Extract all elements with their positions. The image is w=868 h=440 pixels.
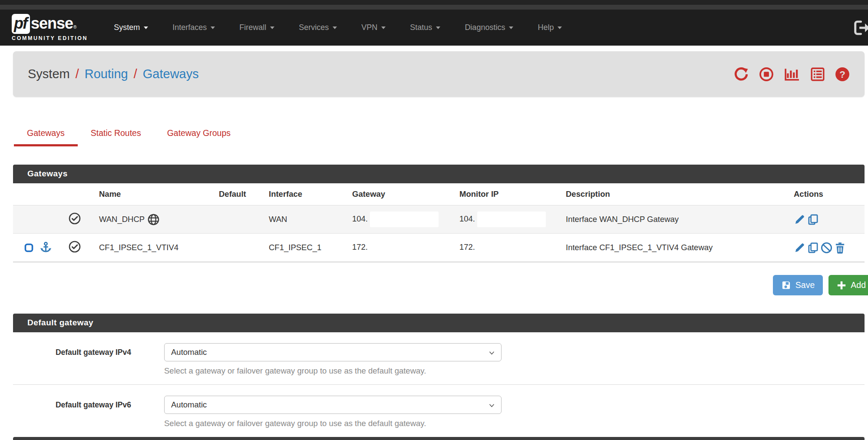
browser-top-strip bbox=[0, 0, 868, 5]
default-gateway-ipv6-select[interactable]: Automatic bbox=[164, 396, 502, 414]
nav-item-help[interactable]: Help bbox=[525, 10, 574, 46]
logo-pf-mark: pf bbox=[12, 14, 30, 34]
globe-icon bbox=[148, 214, 159, 225]
default-gateway-ipv4-help: Select a gateway or failover gateway gro… bbox=[164, 366, 502, 376]
routing-tabs: Gateways Static Routes Gateway Groups bbox=[14, 122, 868, 146]
pfsense-logo[interactable]: pfsense® COMMUNITY EDITION bbox=[12, 14, 88, 41]
check-circle-icon bbox=[69, 212, 81, 225]
default-gateway-ipv4-select[interactable]: Automatic bbox=[164, 343, 502, 361]
stop-icon[interactable] bbox=[759, 67, 774, 82]
gateway-interface: WAN bbox=[266, 205, 350, 234]
monitor-ip: 104. bbox=[459, 214, 475, 223]
table-row: WAN_DHCP WAN 104. 104. Interface WAN_DHC… bbox=[13, 205, 865, 234]
plus-icon bbox=[837, 281, 846, 290]
default-gateway-ipv6-help: Select a gateway or failover gateway gro… bbox=[164, 419, 502, 428]
col-name: Name bbox=[96, 183, 216, 205]
ban-icon[interactable] bbox=[821, 242, 832, 254]
logo-sense-text: sense bbox=[31, 14, 73, 33]
page-header-icons: ? bbox=[733, 67, 850, 82]
col-description: Description bbox=[563, 183, 791, 205]
nav-item-vpn[interactable]: VPN bbox=[349, 10, 398, 46]
edit-icon[interactable] bbox=[794, 214, 805, 225]
nav-item-status[interactable]: Status bbox=[398, 10, 452, 46]
chevron-down-icon bbox=[488, 349, 495, 357]
tab-static-routes[interactable]: Static Routes bbox=[78, 122, 154, 146]
gateways-table: Name Default Interface Gateway Monitor I… bbox=[13, 183, 865, 262]
caret-down-icon bbox=[381, 26, 386, 29]
save-button[interactable]: Save bbox=[773, 275, 823, 295]
col-actions: Actions bbox=[791, 183, 865, 205]
tab-gateway-groups[interactable]: Gateway Groups bbox=[154, 122, 244, 146]
breadcrumb-separator: / bbox=[134, 67, 137, 81]
table-header-row: Name Default Interface Gateway Monitor I… bbox=[13, 183, 865, 205]
table-actions-bar: Save Add bbox=[13, 275, 868, 295]
logo-tagline: COMMUNITY EDITION bbox=[12, 35, 88, 41]
anchor-icon bbox=[40, 242, 52, 254]
default-gateway-panel: Default gateway Default gateway IPv4 Aut… bbox=[13, 314, 865, 437]
next-section-header bbox=[13, 437, 865, 440]
page-header: System / Routing / Gateways bbox=[13, 51, 865, 97]
col-interface: Interface bbox=[266, 183, 350, 205]
caret-down-icon bbox=[270, 26, 274, 29]
redacted-value bbox=[477, 212, 546, 227]
redacted-value bbox=[370, 212, 439, 227]
default-gateway-ipv4-label: Default gateway IPv4 bbox=[13, 343, 131, 376]
gateway-default bbox=[216, 205, 266, 234]
breadcrumb-separator: / bbox=[76, 67, 79, 81]
breadcrumb-system: System bbox=[28, 67, 70, 81]
col-default: Default bbox=[216, 183, 266, 205]
chevron-down-icon bbox=[488, 402, 495, 409]
gateway-address: 172. bbox=[352, 242, 368, 251]
gateways-panel-title: Gateways bbox=[13, 165, 865, 183]
copy-icon[interactable] bbox=[807, 242, 819, 254]
table-row: CF1_IPSEC_1_VTIV4 CF1_IPSEC_1 172. 172. … bbox=[13, 234, 865, 262]
nav-item-system[interactable]: System bbox=[102, 10, 160, 46]
gateway-name: WAN_DHCP bbox=[99, 215, 145, 224]
nav-menu: System Interfaces Firewall Services VPN … bbox=[102, 10, 574, 46]
square-icon bbox=[23, 242, 34, 253]
default-gateway-panel-title: Default gateway bbox=[13, 314, 865, 332]
nav-item-services[interactable]: Services bbox=[287, 10, 349, 46]
gateway-default bbox=[216, 234, 266, 262]
svg-text:?: ? bbox=[839, 69, 845, 79]
edit-icon[interactable] bbox=[794, 242, 805, 254]
breadcrumb: System / Routing / Gateways bbox=[28, 67, 199, 81]
caret-down-icon bbox=[211, 26, 215, 29]
gateways-panel: Gateways Name Default Interface Gateway … bbox=[13, 165, 865, 262]
logo-registered-mark: ® bbox=[73, 25, 76, 30]
default-gateway-ipv6-row: Default gateway IPv6 Automatic Select a … bbox=[13, 385, 865, 437]
col-gateway: Gateway bbox=[350, 183, 457, 205]
tab-gateways[interactable]: Gateways bbox=[14, 122, 78, 146]
chart-icon[interactable] bbox=[784, 67, 800, 82]
default-gateway-ipv6-label: Default gateway IPv6 bbox=[13, 396, 131, 428]
main-navbar: pfsense® COMMUNITY EDITION System Interf… bbox=[0, 10, 868, 46]
log-icon[interactable] bbox=[810, 67, 825, 82]
add-button[interactable]: Add bbox=[828, 275, 868, 295]
caret-down-icon bbox=[558, 26, 562, 29]
help-icon[interactable]: ? bbox=[835, 67, 850, 82]
breadcrumb-gateways-link[interactable]: Gateways bbox=[143, 67, 199, 81]
caret-down-icon bbox=[144, 26, 148, 29]
delete-icon[interactable] bbox=[834, 242, 846, 254]
redacted-value bbox=[477, 240, 546, 255]
gateway-name: CF1_IPSEC_1_VTIV4 bbox=[96, 234, 216, 262]
nav-item-diagnostics[interactable]: Diagnostics bbox=[452, 10, 525, 46]
gateway-interface: CF1_IPSEC_1 bbox=[266, 234, 350, 262]
caret-down-icon bbox=[436, 26, 440, 29]
save-icon bbox=[781, 280, 791, 290]
default-gateway-ipv4-row: Default gateway IPv4 Automatic Select a … bbox=[13, 332, 865, 385]
redacted-value bbox=[370, 240, 439, 255]
copy-icon[interactable] bbox=[807, 214, 819, 225]
window-top-strip bbox=[0, 5, 868, 10]
refresh-icon[interactable] bbox=[733, 67, 749, 82]
monitor-ip: 172. bbox=[459, 242, 475, 251]
nav-item-interfaces[interactable]: Interfaces bbox=[160, 10, 227, 46]
gateway-description: Interface WAN_DHCP Gateway bbox=[563, 205, 791, 234]
caret-down-icon bbox=[333, 26, 337, 29]
nav-item-firewall[interactable]: Firewall bbox=[227, 10, 287, 46]
col-monitor-ip: Monitor IP bbox=[457, 183, 563, 205]
sign-out-icon[interactable] bbox=[853, 20, 868, 36]
breadcrumb-routing-link[interactable]: Routing bbox=[85, 67, 128, 81]
gateway-address: 104. bbox=[352, 214, 368, 223]
gateway-description: Interface CF1_IPSEC_1_VTIV4 Gateway bbox=[563, 234, 791, 262]
